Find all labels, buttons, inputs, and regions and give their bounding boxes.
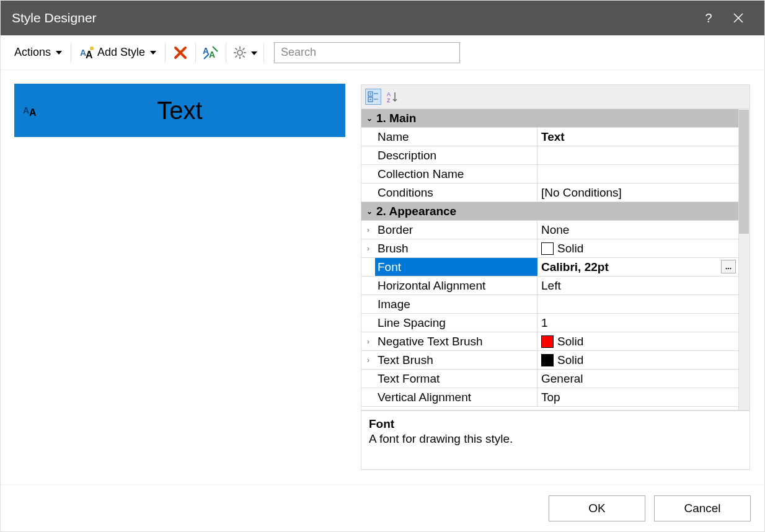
property-pane: + + A Z ⌄1. MainNameTextDescriptionColle… <box>360 84 751 471</box>
color-swatch <box>541 242 554 255</box>
property-row[interactable]: ›BrushSolid <box>361 239 738 258</box>
property-row[interactable]: ›FontCalibri, 22pt... <box>361 258 738 277</box>
property-row[interactable]: Conditions[No Conditions] <box>361 184 738 202</box>
add-style-menu[interactable]: A A Add Style <box>76 43 160 62</box>
property-label: Brush <box>375 239 537 257</box>
property-value-text: Solid <box>557 353 583 367</box>
property-value[interactable] <box>537 146 738 164</box>
property-value[interactable]: Solid <box>537 239 738 257</box>
property-row[interactable]: Collection Name <box>361 165 738 184</box>
property-row[interactable]: ›Text BrushSolid <box>361 351 738 370</box>
style-preview-tile[interactable]: A A Text <box>14 84 345 137</box>
property-row[interactable]: ›BorderNone <box>361 221 738 239</box>
chevron-down-icon <box>249 48 257 58</box>
style-icon: A A <box>23 104 39 117</box>
svg-text:+: + <box>369 97 372 102</box>
chevron-down-icon <box>148 46 156 59</box>
settings-button[interactable] <box>231 43 259 63</box>
expand-toggle <box>361 277 375 295</box>
category-header[interactable]: ⌄2. Appearance <box>361 202 738 221</box>
property-row[interactable]: Text FormatGeneral <box>361 370 738 388</box>
property-row[interactable]: Vertical AlignmentTop <box>361 388 738 407</box>
property-value-text: Left <box>541 279 561 293</box>
property-value[interactable]: Top <box>537 388 738 406</box>
property-label: Border <box>375 221 537 239</box>
expand-toggle[interactable]: › <box>361 351 375 369</box>
svg-text:A: A <box>209 50 215 60</box>
property-value-text: 1 <box>541 316 548 330</box>
property-value[interactable]: Solid <box>537 351 738 369</box>
cancel-button[interactable]: Cancel <box>654 495 751 521</box>
expand-toggle <box>361 370 375 388</box>
color-swatch <box>541 354 554 366</box>
delete-button[interactable] <box>170 43 190 63</box>
category-title: 2. Appearance <box>376 205 456 218</box>
help-button[interactable]: ? <box>694 1 723 35</box>
categorized-view-button[interactable]: + + <box>365 89 381 105</box>
property-label: Text Brush <box>375 351 537 369</box>
property-row[interactable]: ›Negative Text BrushSolid <box>361 332 738 351</box>
svg-text:Z: Z <box>387 97 391 103</box>
scrollbar-thumb[interactable] <box>739 110 749 234</box>
category-title: 1. Main <box>376 112 416 125</box>
property-value[interactable] <box>537 295 738 313</box>
property-help: Font A font for drawing this style. <box>361 410 750 470</box>
actions-menu[interactable]: Actions <box>11 43 66 61</box>
property-label: Collection Name <box>375 165 537 183</box>
property-value[interactable] <box>537 165 738 183</box>
window-title: Style Designer <box>12 11 97 25</box>
property-label: Conditions <box>375 184 537 202</box>
property-value[interactable]: None <box>537 221 738 239</box>
search-input[interactable]: Search <box>274 42 460 63</box>
svg-point-5 <box>237 50 242 55</box>
svg-text:A: A <box>29 107 37 117</box>
property-value-text: Solid <box>557 335 583 348</box>
property-value-text: Text <box>541 130 565 144</box>
property-value[interactable]: Text <box>537 128 738 146</box>
ok-button[interactable]: OK <box>549 495 645 521</box>
vertical-scrollbar[interactable] <box>738 109 750 410</box>
property-value[interactable]: Left <box>537 277 738 295</box>
expand-toggle[interactable]: › <box>361 221 375 239</box>
close-button[interactable] <box>723 1 753 35</box>
property-grid: ⌄1. MainNameTextDescriptionCollection Na… <box>361 109 750 410</box>
expand-toggle <box>361 146 375 164</box>
chevron-down-icon: ⌄ <box>366 207 373 216</box>
property-row[interactable]: Horizontal AlignmentLeft <box>361 277 738 295</box>
property-value[interactable]: Solid <box>537 332 738 350</box>
actions-label: Actions <box>14 46 51 59</box>
property-label: Line Spacing <box>375 314 537 332</box>
ellipsis-button[interactable]: ... <box>721 260 736 273</box>
property-value[interactable]: 1 <box>537 314 738 332</box>
property-value[interactable]: Calibri, 22pt... <box>537 258 738 276</box>
title-bar: Style Designer ? <box>1 1 764 35</box>
property-label: Name <box>375 128 537 146</box>
expand-toggle[interactable]: › <box>361 258 375 276</box>
svg-text:A: A <box>387 91 391 97</box>
color-swatch <box>541 335 554 348</box>
property-value-text: Calibri, 22pt <box>541 260 609 274</box>
category-header[interactable]: ⌄1. Main <box>361 109 738 128</box>
alphabetical-view-button[interactable]: A Z <box>385 89 400 104</box>
property-row[interactable]: NameText <box>361 128 738 146</box>
expand-toggle <box>361 314 375 332</box>
expand-toggle <box>361 184 375 202</box>
expand-toggle <box>361 388 375 406</box>
property-value[interactable]: General <box>537 370 738 388</box>
chevron-down-icon: ⌄ <box>366 114 373 123</box>
svg-text:A: A <box>86 50 93 60</box>
property-label: Vertical Alignment <box>375 388 537 406</box>
property-value[interactable]: [No Conditions] <box>537 184 738 202</box>
property-label: Negative Text Brush <box>375 332 537 350</box>
expand-toggle[interactable]: › <box>361 332 375 350</box>
property-row[interactable]: Description <box>361 146 738 165</box>
apply-style-button[interactable]: A A <box>201 43 221 63</box>
expand-toggle[interactable]: › <box>361 239 375 257</box>
property-value-text: None <box>541 223 569 237</box>
property-row[interactable]: Image <box>361 295 738 314</box>
preview-pane: A A Text <box>14 84 345 471</box>
dialog-footer: OK Cancel <box>1 484 764 531</box>
toolbar: Actions A A Add Style A A <box>1 35 764 70</box>
property-row[interactable]: Line Spacing1 <box>361 314 738 332</box>
add-style-icon: A A <box>80 46 95 60</box>
